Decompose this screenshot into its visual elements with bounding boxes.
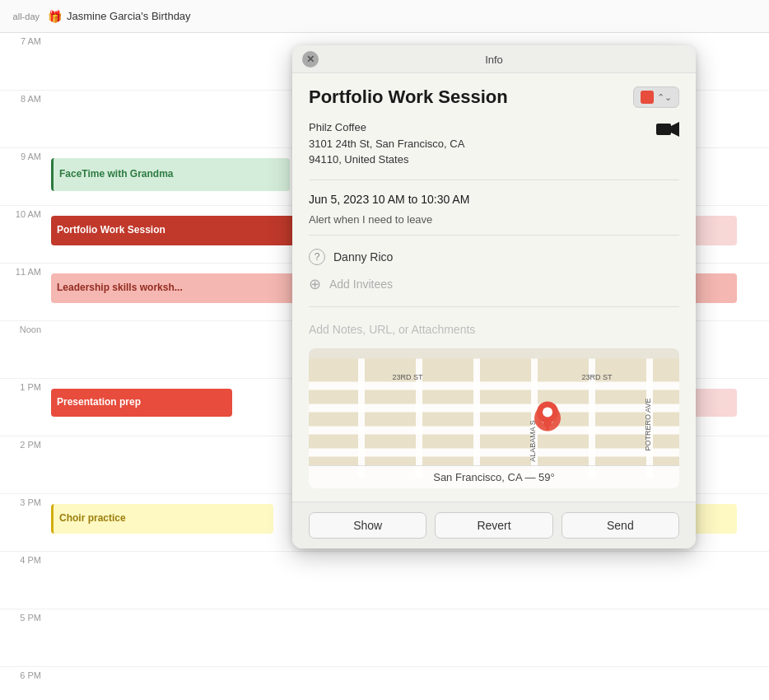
time-label-1pm: 1 PM [0, 379, 48, 392]
send-button[interactable]: Send [562, 512, 679, 539]
time-label-8am: 8 AM [0, 91, 48, 104]
chevron-updown-icon: ⌃⌄ [657, 92, 672, 103]
location-row: Philz Coffee 3101 24th St, San Francisco… [309, 119, 679, 180]
color-picker-button[interactable]: ⌃⌄ [633, 86, 679, 108]
notes-placeholder: Add Notes, URL, or Attachments [309, 323, 475, 336]
time-label-7am: 7 AM [0, 33, 48, 46]
svg-text:23RD ST: 23RD ST [581, 372, 613, 380]
time-label-3pm: 3 PM [0, 494, 48, 507]
location-address: 3101 24th St, San Francisco, CA94110, Un… [309, 136, 464, 168]
attendee-name: Danny Rico [333, 250, 393, 264]
map-container[interactable]: 23RD ST 23RD ST ALABAMA S POTRERO AVE Sa… [309, 348, 679, 488]
birthday-event[interactable]: 🎁 Jasmine Garcia's Birthday [48, 10, 191, 23]
time-row-4pm: 4 PM [0, 552, 769, 609]
presentation-event-label: Presentation prep [57, 396, 141, 408]
attendee-row: ? Danny Rico [309, 244, 679, 270]
popup-body: Portfolio Work Session ⌃⌄ Philz Coffee 3… [292, 73, 696, 502]
time-label-6pm: 6 PM [0, 667, 48, 680]
popup-footer: Show Revert Send [292, 502, 696, 548]
divider-1 [309, 235, 679, 236]
portfolio-event[interactable]: Portfolio Work Session [51, 216, 306, 245]
all-day-row: all-day 🎁 Jasmine Garcia's Birthday [0, 0, 769, 33]
attendee-icon: ? [309, 249, 325, 265]
svg-rect-7 [358, 358, 365, 478]
svg-rect-9 [473, 358, 480, 478]
map-location-label: San Francisco, CA — 59° [309, 465, 679, 488]
event-title-row: Portfolio Work Session ⌃⌄ [309, 86, 679, 108]
leadership-event[interactable]: Leadership skills worksh... [51, 273, 298, 303]
time-label-5pm: 5 PM [0, 609, 48, 623]
popup-header: ✕ Info [292, 45, 696, 73]
svg-rect-0 [656, 124, 671, 135]
revert-button[interactable]: Revert [435, 512, 552, 539]
svg-text:23RD ST: 23RD ST [392, 372, 423, 380]
facetime-event[interactable]: FaceTime with Grandma [51, 158, 290, 191]
time-label-2pm: 2 PM [0, 436, 48, 450]
color-swatch [641, 91, 654, 104]
choir-event-label: Choir practice [59, 512, 126, 524]
facetime-event-label: FaceTime with Grandma [59, 168, 174, 180]
time-label-4pm: 4 PM [0, 552, 48, 565]
info-popup: ✕ Info Portfolio Work Session ⌃⌄ Philz C… [292, 45, 696, 548]
close-button[interactable]: ✕ [302, 51, 319, 68]
time-label-9am: 9 AM [0, 148, 48, 161]
choir-event[interactable]: Choir practice [51, 504, 273, 534]
time-label-11am: 11 AM [0, 264, 48, 277]
alert-text: Alert when I need to leave [309, 213, 432, 226]
presentation-event[interactable]: Presentation prep [51, 389, 232, 417]
portfolio-event-label: Portfolio Work Session [57, 224, 165, 236]
plus-circle-icon: ⊕ [309, 275, 321, 293]
add-invitees-row[interactable]: ⊕ Add Invitees [309, 270, 679, 298]
birthday-text: Jasmine Garcia's Birthday [67, 10, 191, 22]
svg-point-22 [543, 407, 552, 417]
notes-row[interactable]: Add Notes, URL, or Attachments [309, 315, 679, 343]
popup-title: Info [485, 54, 503, 66]
leadership-event-label: Leadership skills worksh... [57, 282, 183, 293]
svg-marker-1 [671, 122, 679, 137]
time-row-6pm: 6 PM [0, 667, 769, 700]
gift-icon: 🎁 [48, 10, 62, 23]
divider-2 [309, 306, 679, 307]
event-title: Portfolio Work Session [309, 86, 508, 108]
alert-row: Alert when I need to leave [309, 212, 679, 226]
close-icon: ✕ [306, 54, 315, 65]
location-name: Philz Coffee [309, 119, 464, 136]
all-day-label: all-day [7, 12, 48, 21]
show-button[interactable]: Show [309, 512, 426, 539]
add-invitees-text: Add Invitees [329, 278, 393, 291]
datetime-text: Jun 5, 2023 10 AM to 10:30 AM [309, 193, 469, 206]
datetime-row: Jun 5, 2023 10 AM to 10:30 AM [309, 192, 679, 207]
svg-text:ALABAMA S: ALABAMA S [529, 420, 537, 462]
location-text: Philz Coffee 3101 24th St, San Francisco… [309, 119, 464, 168]
time-label-10am: 10 AM [0, 206, 48, 219]
time-label-noon: Noon [0, 321, 48, 334]
time-row-5pm: 5 PM [0, 609, 769, 667]
video-camera-icon[interactable] [656, 121, 679, 142]
svg-text:POTRERO AVE: POTRERO AVE [644, 398, 652, 450]
